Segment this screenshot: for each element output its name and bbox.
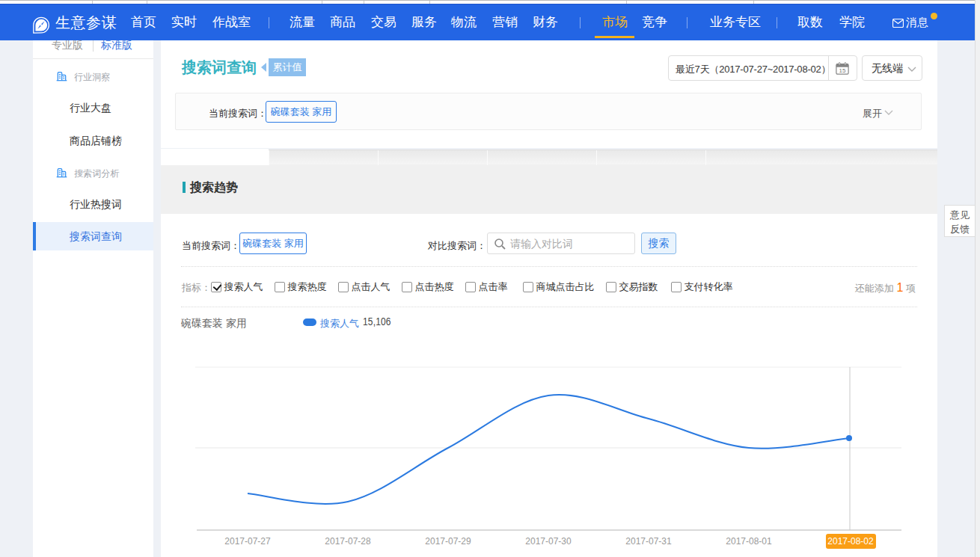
svg-text:2017-07-27: 2017-07-27	[224, 536, 271, 547]
svg-text:2017-07-30: 2017-07-30	[525, 536, 572, 547]
svg-text:2017-07-29: 2017-07-29	[425, 536, 471, 547]
svg-text:15: 15	[839, 67, 846, 74]
svg-text:2017-07-31: 2017-07-31	[625, 536, 672, 547]
svg-text:2017-08-01: 2017-08-01	[726, 536, 772, 547]
svg-text:2017-08-02: 2017-08-02	[827, 536, 874, 547]
svg-text:2017-07-28: 2017-07-28	[325, 536, 371, 547]
